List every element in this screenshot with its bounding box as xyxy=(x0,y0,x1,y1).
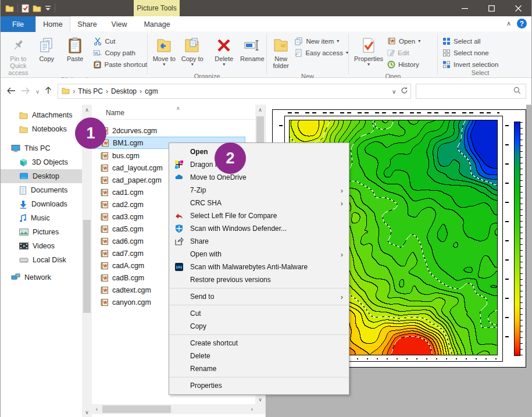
folder-icon[interactable] xyxy=(33,5,41,12)
invert-selection-button[interactable]: Invert selection xyxy=(442,59,498,69)
sidebar-item-downloads[interactable]: Downloads xyxy=(1,197,82,211)
menu-item-open-with[interactable]: Open with› xyxy=(169,248,349,261)
folder-icon[interactable] xyxy=(5,5,14,12)
menu-item-restore-previous-versions[interactable]: Restore previous versions xyxy=(169,273,349,286)
sidebar-item-pictures[interactable]: Pictures xyxy=(1,225,82,239)
sidebar-item-notebooks[interactable]: Notebooks xyxy=(1,122,82,136)
paste-shortcut-button[interactable]: Paste shortcut xyxy=(94,59,147,69)
scroll-right-icon[interactable]: › xyxy=(247,404,257,414)
properties-icon[interactable] xyxy=(22,4,29,13)
sidebar-item-network[interactable]: Network xyxy=(1,270,82,284)
menu-item-create-shortcut[interactable]: Create shortcut xyxy=(169,337,349,350)
file-list-horizontal-scrollbar[interactable]: ‹ › xyxy=(92,404,265,414)
menu-item-scan-with-malwarebytes[interactable]: Scan with Malwarebytes Anti-Malware xyxy=(169,261,349,273)
collapse-ribbon-icon[interactable]: ∧ xyxy=(506,20,511,27)
menu-item-crc-sha[interactable]: CRC SHA› xyxy=(169,197,349,209)
maximize-button[interactable] xyxy=(478,0,505,16)
menu-item-move-to-onedrive[interactable]: Move to OneDrive xyxy=(169,171,349,184)
menu-item-delete[interactable]: Delete xyxy=(169,350,349,362)
sidebar-item-3d-objects[interactable]: 3D Objects xyxy=(1,155,82,169)
menu-item-copy[interactable]: Copy xyxy=(169,320,349,333)
tab-share[interactable]: Share xyxy=(70,16,104,32)
menu-item-select-left-file-for-compare[interactable]: Select Left File for Compare xyxy=(169,209,349,222)
new-item-icon xyxy=(295,37,303,45)
sidebar-item-videos[interactable]: Videos xyxy=(1,239,82,253)
sidebar-item-this-pc[interactable]: This PC xyxy=(1,141,82,155)
file-row[interactable]: 2dcurves.cgm xyxy=(93,124,245,137)
tab-manage[interactable]: Manage xyxy=(134,16,180,32)
breadcrumb-this-pc[interactable]: This PC xyxy=(78,87,103,95)
cut-button[interactable]: Cut xyxy=(94,36,147,46)
delete-button[interactable]: Delete▾ xyxy=(210,34,238,73)
edit-button[interactable]: Edit xyxy=(387,48,420,58)
ribbon-group-open: Properties▾ Open▾ Edit History xyxy=(349,32,437,77)
minimize-button[interactable] xyxy=(451,0,478,16)
menu-item-share[interactable]: Share xyxy=(169,235,349,248)
new-folder-button[interactable]: New folder xyxy=(269,34,292,73)
breadcrumb-chevron[interactable]: › xyxy=(70,87,78,95)
move-to-button[interactable]: Move to▾ xyxy=(150,34,178,73)
refresh-icon[interactable] xyxy=(401,87,408,96)
pin-to-quick-access-button[interactable]: Pin to Quick access xyxy=(4,34,33,76)
share-icon xyxy=(174,237,184,246)
scrollbar-thumb[interactable] xyxy=(102,405,171,413)
cgm-file-icon xyxy=(100,250,109,258)
easy-access-button[interactable]: Easy access▾ xyxy=(295,48,348,58)
select-all-button[interactable]: Select all xyxy=(442,36,498,46)
scroll-left-icon[interactable]: ‹ xyxy=(92,404,102,414)
divider xyxy=(170,288,348,288)
menu-item-cut[interactable]: Cut xyxy=(169,307,349,320)
tab-view[interactable]: View xyxy=(104,16,134,32)
up-icon[interactable] xyxy=(45,86,52,97)
cut-icon xyxy=(94,37,102,45)
back-icon[interactable] xyxy=(6,86,16,97)
scroll-up-icon[interactable]: ∧ xyxy=(255,105,265,115)
help-icon[interactable]: ? xyxy=(517,19,527,28)
select-none-button[interactable]: Select none xyxy=(442,48,498,58)
copy-to-button[interactable]: Copy to▾ xyxy=(178,34,207,73)
close-button[interactable] xyxy=(505,0,531,16)
sidebar-item-attachments[interactable]: Attachments xyxy=(1,108,82,122)
sidebar-item-documents[interactable]: Documents xyxy=(1,183,82,197)
menu-item-dragon-print[interactable]: Dragon Print xyxy=(169,158,349,171)
divider xyxy=(170,334,348,335)
menu-item-open[interactable]: Open xyxy=(169,145,349,158)
paste-icon xyxy=(67,35,83,55)
paste-button[interactable]: Paste xyxy=(61,34,90,73)
menu-item-properties[interactable]: Properties xyxy=(169,379,349,392)
breadcrumb-cgm[interactable]: cgm xyxy=(145,87,158,95)
address-dropdown-icon[interactable]: ∨ xyxy=(392,88,396,95)
scroll-down-icon[interactable]: ∨ xyxy=(82,407,92,417)
customize-quick-access-icon[interactable] xyxy=(45,5,51,11)
picture-tools-contextual-tab[interactable]: Picture Tools xyxy=(134,0,180,16)
navigation-pane-scrollbar[interactable]: ∧ ∨ xyxy=(82,105,92,417)
recent-locations-icon[interactable]: ∨ xyxy=(35,88,40,95)
tab-file[interactable]: File xyxy=(1,16,35,32)
scroll-up-icon[interactable]: ∧ xyxy=(82,105,92,115)
copy-button[interactable]: Copy xyxy=(33,34,61,73)
history-button[interactable]: History xyxy=(387,59,420,69)
breadcrumb-chevron[interactable]: › xyxy=(103,87,111,95)
breadcrumb-chevron[interactable]: › xyxy=(137,87,145,95)
forward-icon[interactable] xyxy=(21,86,30,97)
open-button[interactable]: Open▾ xyxy=(387,36,420,46)
rename-button[interactable]: Rename xyxy=(238,34,267,73)
tab-home[interactable]: Home xyxy=(35,16,70,32)
menu-item-scan-with-windows-defender[interactable]: Scan with Windows Defender... xyxy=(169,222,349,235)
sidebar-item-music[interactable]: Music xyxy=(1,211,82,225)
sort-ascending-icon: ∧ xyxy=(176,105,180,111)
scroll-down-icon[interactable]: ∨ xyxy=(255,394,265,404)
new-item-button[interactable]: New item▾ xyxy=(295,36,348,46)
column-header-name[interactable]: ∧ Name xyxy=(92,106,255,120)
copy-path-button[interactable]: W Copy path xyxy=(94,48,147,58)
scrollbar-thumb[interactable] xyxy=(83,220,91,313)
sidebar-item-local-disk[interactable]: Local Disk xyxy=(1,253,82,267)
menu-item-7zip[interactable]: 7-Zip› xyxy=(169,184,349,197)
menu-item-send-to[interactable]: Send to› xyxy=(169,290,349,303)
breadcrumb-desktop[interactable]: Desktop xyxy=(111,87,137,95)
address-breadcrumb-bar[interactable]: › This PC › Desktop › cgm ∨ xyxy=(58,84,411,99)
search-input[interactable] xyxy=(416,84,526,99)
menu-item-rename[interactable]: Rename xyxy=(169,362,349,375)
sidebar-item-desktop[interactable]: Desktop xyxy=(1,169,82,183)
properties-button[interactable]: Properties▾ xyxy=(352,34,385,73)
